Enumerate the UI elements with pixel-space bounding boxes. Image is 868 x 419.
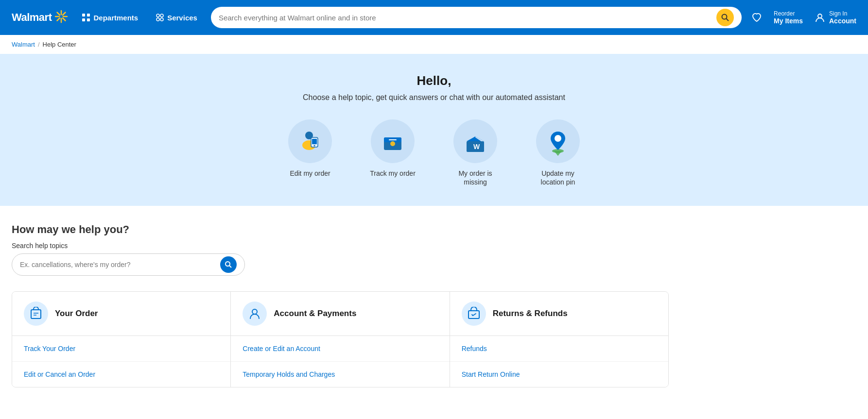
your-order-icon-circle xyxy=(24,302,48,326)
svg-point-12 xyxy=(156,14,159,17)
reorder-top-label: Reorder xyxy=(774,10,803,17)
svg-text:W: W xyxy=(473,143,480,151)
svg-line-6 xyxy=(63,12,66,15)
svg-marker-35 xyxy=(554,151,562,156)
returns-refunds-icon-circle xyxy=(462,302,486,326)
your-order-title: Your Order xyxy=(55,309,98,318)
reorder-action[interactable]: Reorder My Items xyxy=(774,10,803,25)
svg-point-16 xyxy=(722,15,727,19)
svg-point-15 xyxy=(160,18,163,21)
track-your-order-link[interactable]: Track Your Order xyxy=(12,336,230,362)
nav-services[interactable]: Services xyxy=(152,11,201,24)
update-location-icon xyxy=(543,127,573,156)
hero-section: Hello, Choose a help topic, get quick an… xyxy=(0,54,868,206)
svg-rect-8 xyxy=(82,14,85,17)
card-returns-refunds: Returns & Refunds Refunds Start Return O… xyxy=(450,292,668,387)
logo-text: Walmart xyxy=(12,11,52,24)
start-return-online-link[interactable]: Start Return Online xyxy=(450,362,668,387)
svg-point-14 xyxy=(156,18,159,21)
edit-order-icon-circle xyxy=(288,119,332,163)
order-icon xyxy=(29,307,43,320)
hero-subtitle: Choose a help topic, get quick answers o… xyxy=(10,93,858,102)
hero-action-update-location[interactable]: Update my location pin xyxy=(531,119,585,186)
hero-action-missing-order[interactable]: W My order is missing xyxy=(449,119,502,186)
account-payments-title: Account & Payments xyxy=(274,309,356,318)
main-content: How may we help you? Search help topics xyxy=(0,206,680,405)
svg-rect-26 xyxy=(389,139,397,140)
card-your-order-header: Your Order xyxy=(12,292,230,336)
user-icon xyxy=(815,12,825,23)
svg-line-7 xyxy=(57,18,60,21)
signin-action[interactable]: Sign In Account xyxy=(815,10,856,25)
hero-action-track-order[interactable]: Track my order xyxy=(366,119,419,186)
hero-actions: Edit my order Track my order xyxy=(10,119,858,186)
help-heading: How may we help you? xyxy=(12,223,669,236)
help-search-button[interactable] xyxy=(220,256,237,273)
breadcrumb-home[interactable]: Walmart xyxy=(12,41,35,48)
svg-point-23 xyxy=(314,145,315,147)
missing-order-icon: W xyxy=(461,127,490,156)
reorder-bottom-label: My Items xyxy=(774,17,803,25)
hero-title: Hello, xyxy=(10,73,858,88)
spark-icon xyxy=(54,10,68,26)
grid-icon xyxy=(82,13,90,22)
svg-point-13 xyxy=(160,14,163,17)
svg-line-37 xyxy=(229,266,231,268)
missing-order-icon-circle: W xyxy=(453,119,497,163)
missing-order-label: My order is missing xyxy=(449,169,502,186)
temporary-holds-link[interactable]: Temporary Holds and Charges xyxy=(231,362,449,387)
services-icon xyxy=(156,13,164,22)
update-location-icon-circle xyxy=(536,119,580,163)
returns-icon xyxy=(467,307,481,320)
header-right: Reorder My Items Sign In Account xyxy=(751,10,856,25)
card-returns-refunds-header: Returns & Refunds xyxy=(450,292,668,336)
account-icon xyxy=(248,307,261,320)
services-label: Services xyxy=(167,14,197,22)
walmart-logo[interactable]: Walmart xyxy=(12,10,68,26)
edit-order-label: Edit my order xyxy=(290,169,330,178)
svg-line-5 xyxy=(63,18,66,21)
refunds-link[interactable]: Refunds xyxy=(450,336,668,362)
svg-rect-11 xyxy=(87,18,90,21)
heart-icon xyxy=(751,12,762,23)
departments-label: Departments xyxy=(93,14,138,22)
svg-rect-38 xyxy=(31,310,41,318)
edit-cancel-order-link[interactable]: Edit or Cancel an Order xyxy=(12,362,230,387)
track-order-icon xyxy=(378,127,407,156)
card-your-order: Your Order Track Your Order Edit or Canc… xyxy=(12,292,231,387)
breadcrumb: Walmart / Help Center xyxy=(0,35,868,54)
svg-point-28 xyxy=(390,141,395,146)
svg-point-18 xyxy=(818,14,822,18)
track-order-label: Track my order xyxy=(370,169,416,178)
create-edit-account-link[interactable]: Create or Edit an Account xyxy=(231,336,449,362)
help-search-bar xyxy=(12,253,245,276)
signin-bottom-label: Account xyxy=(829,17,856,25)
help-search-input[interactable] xyxy=(20,261,216,268)
svg-line-17 xyxy=(727,19,729,21)
global-search-bar xyxy=(211,7,742,28)
search-icon xyxy=(721,13,729,22)
header: Walmart Departments xyxy=(0,0,868,35)
search-icon xyxy=(225,261,232,268)
svg-rect-9 xyxy=(87,14,90,17)
hero-action-edit-order[interactable]: Edit my order xyxy=(283,119,337,186)
card-account-payments: Account & Payments Create or Edit an Acc… xyxy=(231,292,450,387)
svg-point-34 xyxy=(555,135,561,142)
signin-top-label: Sign In xyxy=(829,10,856,17)
global-search-button[interactable] xyxy=(716,9,734,26)
svg-point-36 xyxy=(226,262,230,266)
breadcrumb-current: Help Center xyxy=(43,41,76,48)
edit-order-icon xyxy=(295,127,325,156)
svg-point-41 xyxy=(252,309,257,314)
breadcrumb-separator: / xyxy=(38,41,40,48)
update-location-label: Update my location pin xyxy=(531,169,585,186)
nav-departments[interactable]: Departments xyxy=(78,11,142,24)
returns-refunds-title: Returns & Refunds xyxy=(493,309,568,318)
returns-refunds-links: Refunds Start Return Online xyxy=(450,336,668,387)
your-order-links: Track Your Order Edit or Cancel an Order xyxy=(12,336,230,387)
svg-rect-22 xyxy=(312,139,317,144)
track-order-icon-circle xyxy=(371,119,415,163)
account-payments-icon-circle xyxy=(243,302,267,326)
wishlist-action[interactable] xyxy=(751,12,762,23)
global-search-input[interactable] xyxy=(219,14,712,22)
